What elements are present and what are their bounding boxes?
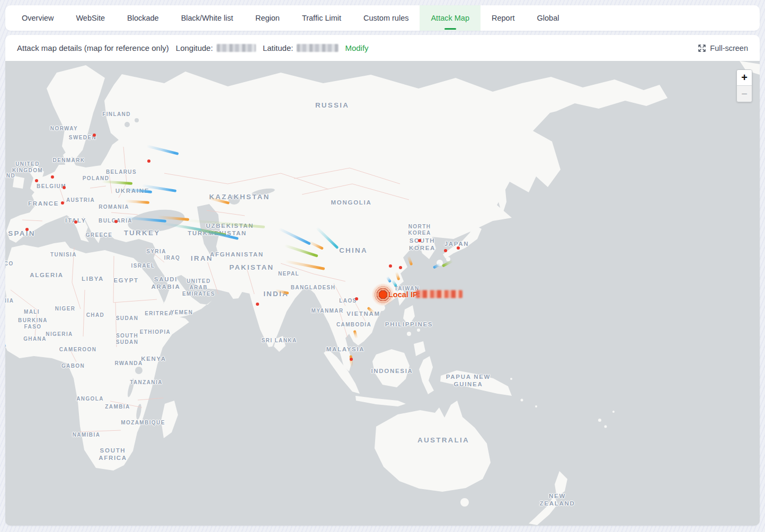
attack-source-dot — [418, 239, 421, 242]
attack-map-page: OverviewWebSiteBlockadeBlack/White listR… — [0, 0, 765, 532]
detail-bar: Attack map details (map for reference on… — [5, 35, 760, 61]
tab-global[interactable]: Global — [526, 5, 571, 31]
fullscreen-label: Full-screen — [710, 44, 748, 52]
local-ip-value-redacted — [416, 290, 462, 298]
attack-source-dot — [147, 159, 150, 163]
fullscreen-icon — [698, 44, 706, 52]
attack-source-dot — [457, 246, 460, 250]
longitude-label: Longitude: — [176, 43, 213, 52]
world-map-canvas[interactable]: RUSSIAFINLANDNORWAYSWEDENDENMARKUNITED K… — [5, 61, 760, 526]
attack-source-dot — [256, 303, 259, 306]
attack-source-dot — [63, 186, 66, 189]
attack-source-dot — [114, 220, 118, 223]
latitude-label: Latitude: — [263, 43, 293, 52]
attack-source-dot — [389, 264, 392, 268]
zoom-in-button[interactable]: + — [737, 70, 752, 86]
attack-source-dot — [355, 297, 358, 300]
attack-source-dot — [444, 249, 447, 252]
tab-black-white-list[interactable]: Black/White list — [170, 5, 244, 31]
tab-bar: OverviewWebSiteBlockadeBlack/White listR… — [5, 5, 760, 31]
attack-source-dot — [25, 228, 29, 231]
tab-attack-map[interactable]: Attack Map — [420, 5, 481, 31]
zoom-out-button[interactable]: − — [737, 86, 752, 102]
tab-traffic-limit[interactable]: Traffic Limit — [291, 5, 352, 31]
attack-source-dot — [74, 220, 77, 224]
attack-source-dot — [399, 266, 402, 269]
attack-source-dot — [61, 201, 64, 205]
attack-source-dot — [35, 179, 38, 182]
tab-overview[interactable]: Overview — [11, 5, 65, 31]
tab-region[interactable]: Region — [244, 5, 291, 31]
attack-source-dot — [51, 175, 54, 179]
tab-report[interactable]: Report — [481, 5, 526, 31]
longitude-value-redacted — [217, 44, 256, 52]
latitude-value-redacted — [297, 44, 339, 52]
fullscreen-button[interactable]: Full-screen — [698, 44, 748, 52]
modify-link[interactable]: Modify — [345, 43, 368, 52]
tab-custom-rules[interactable]: Custom rules — [352, 5, 420, 31]
page-title: Attack map details (map for reference on… — [17, 43, 169, 52]
attack-source-dot — [93, 134, 96, 137]
tab-website[interactable]: WebSite — [65, 5, 116, 31]
attack-source-dot — [350, 358, 353, 361]
map-zoom-control: + − — [736, 69, 752, 102]
tab-blockade[interactable]: Blockade — [116, 5, 170, 31]
attack-map-panel: Attack map details (map for reference on… — [5, 35, 760, 526]
